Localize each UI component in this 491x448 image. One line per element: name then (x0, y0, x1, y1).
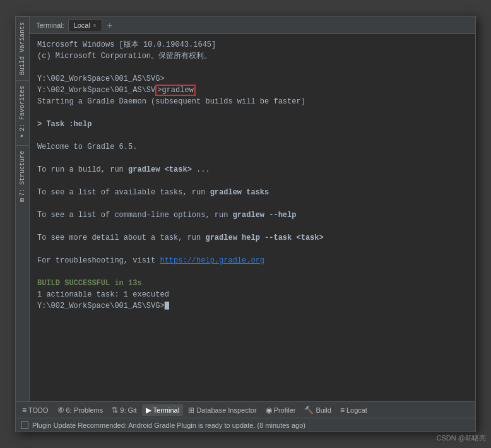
side-tab-structure[interactable]: ⊞ 7: Structure (16, 145, 29, 207)
line-list-tasks: To see a list of available tasks, run gr… (37, 188, 269, 197)
line-run-build: To run a build, run gradlew <task> ... (37, 165, 210, 174)
build-variants-label: Build Variants (19, 22, 26, 75)
favorites-icon: ★ (19, 133, 26, 140)
line-1: Microsoft Windows [版本 10.0.19043.1645] (… (37, 40, 216, 83)
line-troubleshoot: For troubleshooting, visit https://help.… (37, 256, 264, 265)
todo-label: TODO (28, 406, 49, 414)
toolbar-database[interactable]: ⊞ Database Inspector (184, 404, 260, 416)
line-cmd-options: To see a list of command-line options, r… (37, 211, 296, 220)
structure-label: 7: Structure (19, 151, 26, 196)
toolbar-git[interactable]: ⇅ 9: Git (108, 404, 140, 416)
tab-local[interactable]: Local × (68, 19, 102, 31)
line-command: Y:\002_WorkSpace\001_AS\SV>gradlew (37, 85, 196, 96)
toolbar-build[interactable]: 🔨 Build (300, 404, 334, 416)
status-checkbox[interactable] (21, 421, 28, 429)
problems-label: 6: Problems (66, 406, 104, 414)
tab-close-button[interactable]: × (93, 22, 97, 29)
watermark: CSDN @韩曙亮 (437, 433, 486, 443)
logcat-icon: ≡ (340, 406, 345, 415)
toolbar-todo[interactable]: ≡ TODO (18, 404, 52, 416)
toolbar-terminal[interactable]: ▶ Terminal (142, 404, 184, 416)
build-icon: 🔨 (304, 406, 314, 415)
tab-bar: Terminal: Local × + (30, 16, 475, 34)
toolbar-problems[interactable]: ⑥ 6: Problems (54, 404, 107, 416)
status-text: Plugin Update Recommended: Android Gradl… (32, 421, 305, 429)
content-area: Terminal: Local × + Microsoft Windows [版… (30, 16, 475, 401)
structure-icon: ⊞ (19, 198, 26, 202)
toolbar-profiler[interactable]: ◉ Profiler (262, 404, 300, 416)
line-task-detail: To see more detail about a task, run gra… (37, 233, 324, 242)
side-tab-favorites[interactable]: ★ 2: Favorites (16, 80, 29, 145)
line-gradle-start: Starting a Gradle Daemon (subsequent bui… (37, 97, 305, 106)
logcat-label: Logcat (346, 406, 367, 414)
problems-icon: ⑥ (57, 406, 64, 415)
terminal-tab-label: Terminal (153, 406, 180, 414)
status-bar: Plugin Update Recommended: Android Gradl… (16, 418, 475, 432)
gradle-link[interactable]: https://help.gradle.org (160, 256, 264, 265)
terminal-content[interactable]: Microsoft Windows [版本 10.0.19043.1645] (… (30, 34, 475, 401)
git-icon: ⇅ (112, 406, 118, 415)
database-label: Database Inspector (196, 406, 256, 414)
command-highlight: >gradlew (155, 85, 196, 96)
line-task: > Task :help (37, 120, 92, 129)
favorites-label: 2: Favorites (19, 86, 26, 131)
side-tabs: Build Variants ★ 2: Favorites ⊞ 7: Struc… (16, 16, 30, 401)
line-success: BUILD SUCCESSFUL in 13s (37, 279, 142, 288)
terminal-output: Microsoft Windows [版本 10.0.19043.1645] (… (37, 39, 468, 312)
bottom-toolbar: ≡ TODO ⑥ 6: Problems ⇅ 9: Git ▶ Terminal… (16, 401, 475, 418)
tab-local-label: Local (74, 21, 90, 29)
todo-icon: ≡ (22, 406, 27, 415)
git-label: 9: Git (120, 406, 136, 414)
toolbar-logcat[interactable]: ≡ Logcat (336, 404, 371, 416)
line-blank2: Welcome to Gradle 6.5. (37, 143, 137, 151)
line-actionable: 1 actionable task: 1 executed (37, 290, 169, 299)
profiler-icon: ◉ (266, 406, 272, 415)
tab-add-button[interactable]: + (105, 20, 115, 30)
line-prompt: Y:\002_WorkSpace\001_AS\SVG>█ (37, 302, 169, 310)
database-icon: ⊞ (188, 406, 194, 415)
side-tab-build-variants[interactable]: Build Variants (16, 16, 29, 80)
terminal-icon: ▶ (146, 406, 151, 415)
profiler-label: Profiler (274, 406, 296, 414)
terminal-label: Terminal: (32, 21, 68, 29)
build-label: Build (316, 406, 331, 414)
